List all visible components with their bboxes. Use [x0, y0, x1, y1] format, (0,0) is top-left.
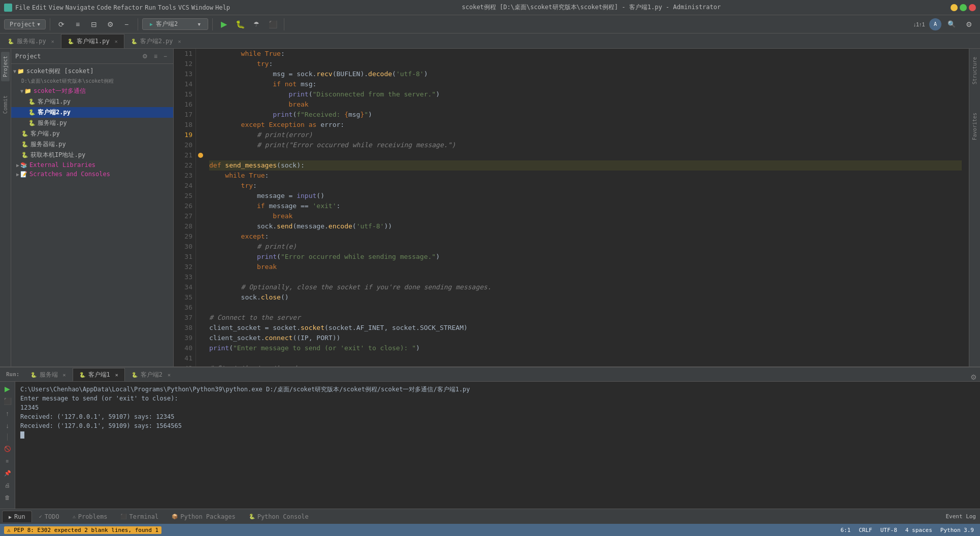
stop-button[interactable]: ⬛	[266, 17, 280, 31]
bottom-tab-run[interactable]: ▶ Run	[2, 511, 32, 522]
tree-item-root[interactable]: ▼ 📁 scoket例程 [scoket]	[11, 66, 173, 77]
run-rerun-btn[interactable]: ▶	[3, 384, 13, 394]
tree-item-scratches[interactable]: ▶ 📝 Scratches and Consoles	[11, 170, 173, 179]
status-position[interactable]: 6:1	[838, 526, 853, 534]
favorites-toggle[interactable]: Favorites	[970, 109, 979, 144]
toolbar-sync-btn[interactable]: ⟳	[54, 17, 69, 31]
line-num-18: 18	[174, 120, 195, 130]
status-line-sep[interactable]: CRLF	[857, 526, 874, 534]
run-stop-btn[interactable]: ⬛	[3, 396, 13, 406]
window-menu-tools[interactable]: Tools	[158, 4, 176, 11]
project-panel-expand[interactable]: ≡	[152, 52, 159, 61]
run-tab-client1[interactable]: 🐍 客户端1 ✕	[73, 368, 125, 381]
right-margin	[962, 49, 969, 366]
window-menu-code[interactable]: Code	[97, 4, 112, 11]
structure-panel-toggle[interactable]: Structure	[970, 53, 979, 88]
run-output-console[interactable]: C:\Users\Chenhao\AppData\Local\Programs\…	[15, 382, 980, 509]
window-menu-run[interactable]: Run	[145, 4, 156, 11]
code-content[interactable]: while True: try: msg = sock.recv(BUFLEN)…	[205, 49, 962, 366]
maximize-button[interactable]: □	[960, 4, 967, 11]
run-config-selector[interactable]: ▶ 客户端2 ▼	[142, 18, 208, 30]
gutter-41	[196, 353, 205, 363]
tree-getip-label: 获取本机IP地址.py	[30, 151, 85, 159]
run-print-btn[interactable]: 🖨	[3, 480, 13, 490]
window-menu-vcs[interactable]: VCS	[178, 4, 189, 11]
line-num-13: 13	[174, 69, 195, 79]
vcs-update-btn[interactable]: ↓1↑1	[912, 17, 926, 31]
minimize-button[interactable]: —	[951, 4, 958, 11]
tree-item-client[interactable]: 🐍 客户端.py	[11, 128, 173, 139]
status-python-version[interactable]: Python 3.9	[938, 526, 976, 534]
run-scroll-down-btn[interactable]: ↓	[3, 420, 13, 430]
tree-item-getip[interactable]: 🐍 获取本机IP地址.py	[11, 150, 173, 160]
project-selector[interactable]: Project▼	[4, 19, 46, 29]
debug-button[interactable]: 🐛	[233, 17, 247, 31]
gutter-22	[196, 160, 205, 171]
run-clear-btn[interactable]: 🚫	[3, 444, 13, 454]
tree-item-server1[interactable]: 🐍 服务端.py	[11, 118, 173, 128]
toolbar-settings-btn[interactable]: ≡	[71, 17, 85, 31]
settings-gear-btn[interactable]: ⚙	[962, 17, 976, 31]
bottom-tab-todo-label: TODO	[45, 513, 59, 520]
run-pin-btn[interactable]: 📌	[3, 468, 13, 478]
status-warning-badge[interactable]: ⚠ PEP 8: E302 expected 2 blank lines, fo…	[4, 526, 161, 534]
bottom-tab-todo-icon: ✓	[39, 514, 42, 519]
window-title: scoket例程 [D:\桌面\scoket研究版本\scoket例程] - 客…	[232, 3, 951, 12]
tab-client2-close[interactable]: ✕	[178, 39, 181, 44]
commit-panel-toggle[interactable]: Commit	[1, 91, 10, 118]
project-panel-close[interactable]: −	[161, 52, 169, 61]
run-settings-btn[interactable]: ⚙	[970, 373, 977, 381]
tree-item-server2[interactable]: 🐍 服务器端.py	[11, 139, 173, 150]
tree-client-label: 客户端.py	[30, 129, 60, 138]
tab-client1-close[interactable]: ✕	[115, 39, 118, 44]
line-num-22: 22	[174, 160, 195, 171]
tree-item-extlib[interactable]: ▶ 📚 External Libraries	[11, 160, 173, 170]
coverage-button[interactable]: ☂	[249, 17, 264, 31]
run-button[interactable]: ▶	[217, 17, 231, 31]
run-trash-btn[interactable]: 🗑	[3, 492, 13, 502]
window-menu-edit[interactable]: Edit	[32, 4, 47, 11]
run-scroll-up-btn[interactable]: ↑	[3, 408, 13, 418]
tree-folder1-icon: 📁	[24, 88, 31, 94]
window-menu-help[interactable]: Help	[215, 4, 230, 11]
bottom-tab-packages[interactable]: 📦 Python Packages	[166, 511, 241, 522]
tab-server[interactable]: 🐍 服务端.py ✕	[1, 34, 61, 48]
window-menu-window[interactable]: Window	[191, 4, 213, 11]
code-line-38: client_socket = socket.socket(socket.AF_…	[209, 323, 962, 333]
status-indent[interactable]: 4 spaces	[903, 526, 934, 534]
bottom-tab-terminal[interactable]: ⬛ Terminal	[114, 511, 165, 522]
run-tab-server-close[interactable]: ✕	[63, 372, 66, 378]
window-menu-navigate[interactable]: Navigate	[66, 4, 95, 11]
project-panel-toggle[interactable]: Project	[1, 52, 10, 81]
run-tab-server[interactable]: 🐍 服务端 ✕	[24, 368, 73, 381]
tree-client1-icon: 🐍	[28, 98, 36, 105]
tree-item-client2[interactable]: 🐍 客户端2.py	[11, 107, 173, 118]
bottom-tab-console[interactable]: 🐍 Python Console	[243, 511, 315, 522]
bottom-tab-problems[interactable]: ⚠ Problems	[67, 511, 114, 522]
bottom-tab-todo[interactable]: ✓ TODO	[33, 511, 66, 522]
gutter-38	[196, 323, 205, 333]
output-line-5: Received: ('127.0.0.1', 59109) says: 156…	[20, 421, 975, 430]
run-wrap-btn[interactable]: ≡	[3, 456, 13, 466]
status-encoding[interactable]: UTF-8	[878, 526, 899, 534]
tab-client1[interactable]: 🐍 客户端1.py ✕	[61, 34, 124, 48]
close-button[interactable]: ✕	[969, 4, 976, 11]
tab-server-close[interactable]: ✕	[51, 39, 54, 44]
run-tab-client2-close[interactable]: ✕	[168, 372, 171, 378]
toolbar-collapse-btn[interactable]: ⊟	[87, 17, 101, 31]
window-menu-file[interactable]: File	[15, 4, 30, 11]
toolbar-gear-btn[interactable]: ⚙	[103, 17, 117, 31]
window-menu-refactor[interactable]: Refactor	[113, 4, 143, 11]
run-tab-client1-close[interactable]: ✕	[115, 372, 118, 378]
tree-item-client1[interactable]: 🐍 客户端1.py	[11, 96, 173, 107]
project-panel-options[interactable]: ⚙	[140, 52, 150, 61]
window-menu-view[interactable]: View	[49, 4, 63, 11]
project-panel-title: Project	[15, 53, 138, 60]
tree-item-folder1[interactable]: ▼ 📁 scoket一对多通信	[11, 86, 173, 96]
event-log-label[interactable]: Event Log	[945, 513, 976, 520]
search-everywhere-btn[interactable]: 🔍	[944, 17, 959, 31]
run-tab-client2[interactable]: 🐍 客户端2 ✕	[125, 368, 177, 381]
toolbar-minus-btn[interactable]: −	[119, 17, 134, 31]
tab-client2[interactable]: 🐍 客户端2.py ✕	[124, 34, 188, 48]
code-editor-content[interactable]: 11 12 13 14 15 16 17 18 19 20 21 22 23 2…	[174, 49, 969, 366]
